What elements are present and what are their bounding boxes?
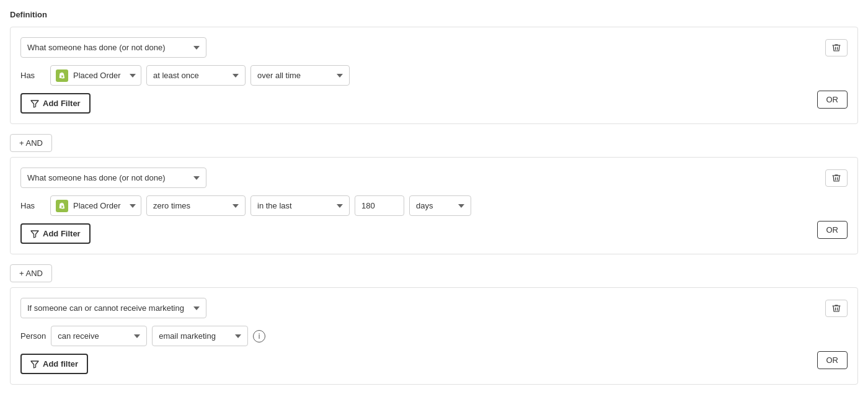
filter-icon-3 <box>30 360 39 369</box>
shopify-icon-1 <box>56 69 68 82</box>
condition-1-or-button[interactable]: OR <box>817 91 848 109</box>
condition-3-header: If someone can or cannot receive marketi… <box>20 298 848 318</box>
condition-2-event-wrapper: Placed Order <box>50 195 141 216</box>
condition-2-main-select[interactable]: What someone has done (or not done) <box>20 168 206 188</box>
condition-2-event-select[interactable]: Placed Order <box>73 196 138 215</box>
condition-1-add-filter-button[interactable]: Add Filter <box>20 93 91 114</box>
condition-3-delete-button[interactable] <box>825 300 848 317</box>
shopify-logo-1 <box>58 71 66 80</box>
condition-3-main-select[interactable]: If someone can or cannot receive marketi… <box>20 298 206 318</box>
shopify-icon-2 <box>56 200 68 212</box>
condition-2-has-label: Has <box>20 201 45 210</box>
condition-1-add-filter-label: Add Filter <box>43 99 81 108</box>
and-button-1-wrapper: + AND <box>10 129 858 157</box>
condition-3-footer: Add filter OR <box>20 346 848 374</box>
condition-1-time-select[interactable]: over all time <box>250 65 350 86</box>
condition-1-event-select[interactable]: Placed Order <box>73 66 138 85</box>
condition-3-add-filter-button[interactable]: Add filter <box>20 354 88 374</box>
condition-1-delete-button[interactable] <box>825 39 848 56</box>
condition-2-or-button[interactable]: OR <box>817 221 848 239</box>
trash-icon-3 <box>832 304 841 313</box>
definition-section: Definition What someone has done (or not… <box>10 10 858 385</box>
condition-1-footer: Add Filter OR <box>20 86 848 114</box>
filter-icon-1 <box>30 99 39 108</box>
condition-2-number-input[interactable] <box>355 195 404 216</box>
condition-1-has-label: Has <box>20 71 45 80</box>
condition-2-add-filter-label: Add Filter <box>43 229 81 238</box>
condition-3-or-button[interactable]: OR <box>817 351 848 369</box>
trash-icon-2 <box>832 174 841 182</box>
condition-2-row: Has Placed Order zero times in the last <box>20 195 848 216</box>
and-button-2[interactable]: + AND <box>10 264 52 282</box>
condition-3-row: Person can receive cannot receive email … <box>20 326 848 346</box>
condition-block-1: What someone has done (or not done) Has … <box>10 27 858 124</box>
condition-3-marketing-select[interactable]: email marketing SMS marketing <box>152 326 248 346</box>
shopify-logo-2 <box>58 202 66 210</box>
and-button-2-wrapper: + AND <box>10 259 858 287</box>
condition-1-event-wrapper: Placed Order <box>50 65 141 86</box>
condition-block-2: What someone has done (or not done) Has … <box>10 157 858 254</box>
condition-2-freq-select[interactable]: zero times <box>146 195 246 216</box>
condition-2-add-filter-button[interactable]: Add Filter <box>20 223 91 244</box>
condition-1-header: What someone has done (or not done) <box>20 37 848 58</box>
info-icon[interactable]: i <box>253 330 265 342</box>
condition-1-freq-select[interactable]: at least once <box>146 65 246 86</box>
filter-icon-2 <box>30 230 39 238</box>
condition-3-person-label: Person <box>20 331 46 341</box>
trash-icon <box>832 43 841 52</box>
condition-3-add-filter-label: Add filter <box>43 359 78 369</box>
condition-2-delete-button[interactable] <box>825 169 848 187</box>
condition-block-3: If someone can or cannot receive marketi… <box>10 287 858 385</box>
condition-2-footer: Add Filter OR <box>20 216 848 244</box>
and-button-1[interactable]: + AND <box>10 134 52 152</box>
condition-3-person-select[interactable]: can receive cannot receive <box>51 326 147 346</box>
condition-1-main-select[interactable]: What someone has done (or not done) <box>20 37 206 58</box>
condition-1-row: Has Placed Order at least once over all … <box>20 65 848 86</box>
condition-2-header: What someone has done (or not done) <box>20 168 848 188</box>
definition-label: Definition <box>10 10 858 19</box>
condition-2-time-select[interactable]: in the last <box>250 195 350 216</box>
condition-2-days-select[interactable]: days weeks months <box>409 195 471 216</box>
